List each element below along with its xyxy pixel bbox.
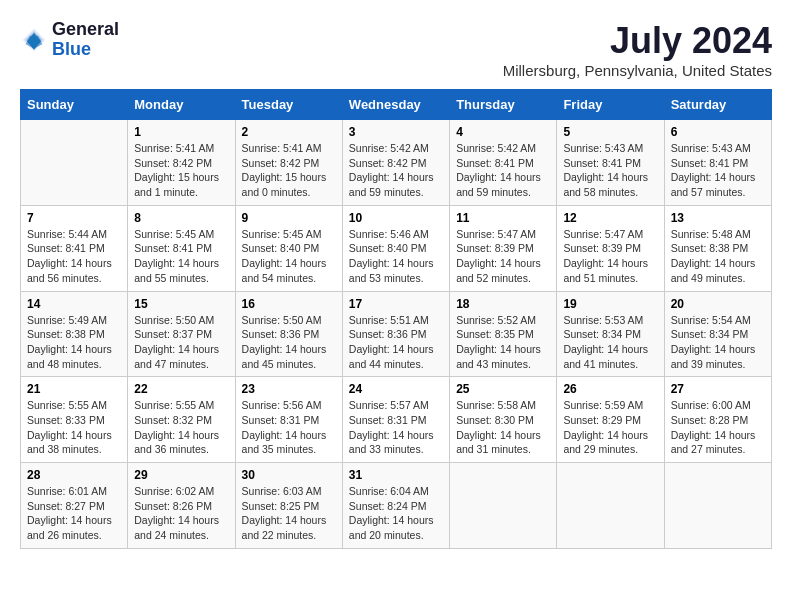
day-number: 15 bbox=[134, 297, 228, 311]
day-number: 13 bbox=[671, 211, 765, 225]
week-row-2: 7Sunrise: 5:44 AM Sunset: 8:41 PM Daylig… bbox=[21, 205, 772, 291]
day-info: Sunrise: 5:49 AM Sunset: 8:38 PM Dayligh… bbox=[27, 313, 121, 372]
calendar-cell bbox=[664, 463, 771, 549]
calendar-cell: 25Sunrise: 5:58 AM Sunset: 8:30 PM Dayli… bbox=[450, 377, 557, 463]
day-number: 21 bbox=[27, 382, 121, 396]
page-header: General Blue July 2024 Millersburg, Penn… bbox=[20, 20, 772, 79]
calendar-cell: 17Sunrise: 5:51 AM Sunset: 8:36 PM Dayli… bbox=[342, 291, 449, 377]
day-number: 18 bbox=[456, 297, 550, 311]
day-info: Sunrise: 5:47 AM Sunset: 8:39 PM Dayligh… bbox=[563, 227, 657, 286]
day-number: 31 bbox=[349, 468, 443, 482]
day-info: Sunrise: 5:55 AM Sunset: 8:33 PM Dayligh… bbox=[27, 398, 121, 457]
day-info: Sunrise: 5:51 AM Sunset: 8:36 PM Dayligh… bbox=[349, 313, 443, 372]
day-number: 1 bbox=[134, 125, 228, 139]
day-number: 16 bbox=[242, 297, 336, 311]
calendar-cell: 10Sunrise: 5:46 AM Sunset: 8:40 PM Dayli… bbox=[342, 205, 449, 291]
calendar-cell: 28Sunrise: 6:01 AM Sunset: 8:27 PM Dayli… bbox=[21, 463, 128, 549]
calendar-cell: 26Sunrise: 5:59 AM Sunset: 8:29 PM Dayli… bbox=[557, 377, 664, 463]
day-number: 6 bbox=[671, 125, 765, 139]
day-info: Sunrise: 5:43 AM Sunset: 8:41 PM Dayligh… bbox=[563, 141, 657, 200]
week-row-4: 21Sunrise: 5:55 AM Sunset: 8:33 PM Dayli… bbox=[21, 377, 772, 463]
day-number: 28 bbox=[27, 468, 121, 482]
calendar-cell bbox=[557, 463, 664, 549]
calendar-cell: 20Sunrise: 5:54 AM Sunset: 8:34 PM Dayli… bbox=[664, 291, 771, 377]
day-info: Sunrise: 6:02 AM Sunset: 8:26 PM Dayligh… bbox=[134, 484, 228, 543]
day-number: 8 bbox=[134, 211, 228, 225]
calendar-cell: 31Sunrise: 6:04 AM Sunset: 8:24 PM Dayli… bbox=[342, 463, 449, 549]
day-info: Sunrise: 6:04 AM Sunset: 8:24 PM Dayligh… bbox=[349, 484, 443, 543]
calendar-cell: 22Sunrise: 5:55 AM Sunset: 8:32 PM Dayli… bbox=[128, 377, 235, 463]
day-info: Sunrise: 5:54 AM Sunset: 8:34 PM Dayligh… bbox=[671, 313, 765, 372]
main-title: July 2024 bbox=[503, 20, 772, 62]
column-header-friday: Friday bbox=[557, 90, 664, 120]
column-header-tuesday: Tuesday bbox=[235, 90, 342, 120]
day-number: 10 bbox=[349, 211, 443, 225]
day-number: 22 bbox=[134, 382, 228, 396]
day-info: Sunrise: 5:44 AM Sunset: 8:41 PM Dayligh… bbox=[27, 227, 121, 286]
day-number: 7 bbox=[27, 211, 121, 225]
day-info: Sunrise: 6:03 AM Sunset: 8:25 PM Dayligh… bbox=[242, 484, 336, 543]
column-header-thursday: Thursday bbox=[450, 90, 557, 120]
day-info: Sunrise: 6:00 AM Sunset: 8:28 PM Dayligh… bbox=[671, 398, 765, 457]
day-info: Sunrise: 5:52 AM Sunset: 8:35 PM Dayligh… bbox=[456, 313, 550, 372]
day-number: 27 bbox=[671, 382, 765, 396]
calendar-header-row: SundayMondayTuesdayWednesdayThursdayFrid… bbox=[21, 90, 772, 120]
day-info: Sunrise: 5:53 AM Sunset: 8:34 PM Dayligh… bbox=[563, 313, 657, 372]
day-number: 11 bbox=[456, 211, 550, 225]
subtitle: Millersburg, Pennsylvania, United States bbox=[503, 62, 772, 79]
day-info: Sunrise: 5:47 AM Sunset: 8:39 PM Dayligh… bbox=[456, 227, 550, 286]
title-block: July 2024 Millersburg, Pennsylvania, Uni… bbox=[503, 20, 772, 79]
week-row-5: 28Sunrise: 6:01 AM Sunset: 8:27 PM Dayli… bbox=[21, 463, 772, 549]
calendar-cell: 9Sunrise: 5:45 AM Sunset: 8:40 PM Daylig… bbox=[235, 205, 342, 291]
calendar-cell: 3Sunrise: 5:42 AM Sunset: 8:42 PM Daylig… bbox=[342, 120, 449, 206]
week-row-3: 14Sunrise: 5:49 AM Sunset: 8:38 PM Dayli… bbox=[21, 291, 772, 377]
calendar-cell: 11Sunrise: 5:47 AM Sunset: 8:39 PM Dayli… bbox=[450, 205, 557, 291]
day-info: Sunrise: 5:46 AM Sunset: 8:40 PM Dayligh… bbox=[349, 227, 443, 286]
day-number: 20 bbox=[671, 297, 765, 311]
calendar-cell bbox=[21, 120, 128, 206]
day-info: Sunrise: 5:43 AM Sunset: 8:41 PM Dayligh… bbox=[671, 141, 765, 200]
day-info: Sunrise: 5:45 AM Sunset: 8:40 PM Dayligh… bbox=[242, 227, 336, 286]
calendar-cell: 23Sunrise: 5:56 AM Sunset: 8:31 PM Dayli… bbox=[235, 377, 342, 463]
calendar-cell: 12Sunrise: 5:47 AM Sunset: 8:39 PM Dayli… bbox=[557, 205, 664, 291]
calendar-cell: 29Sunrise: 6:02 AM Sunset: 8:26 PM Dayli… bbox=[128, 463, 235, 549]
day-info: Sunrise: 5:50 AM Sunset: 8:36 PM Dayligh… bbox=[242, 313, 336, 372]
day-number: 14 bbox=[27, 297, 121, 311]
day-number: 26 bbox=[563, 382, 657, 396]
column-header-wednesday: Wednesday bbox=[342, 90, 449, 120]
day-info: Sunrise: 5:55 AM Sunset: 8:32 PM Dayligh… bbox=[134, 398, 228, 457]
day-info: Sunrise: 6:01 AM Sunset: 8:27 PM Dayligh… bbox=[27, 484, 121, 543]
calendar-cell: 19Sunrise: 5:53 AM Sunset: 8:34 PM Dayli… bbox=[557, 291, 664, 377]
calendar-table: SundayMondayTuesdayWednesdayThursdayFrid… bbox=[20, 89, 772, 549]
day-number: 23 bbox=[242, 382, 336, 396]
day-info: Sunrise: 5:56 AM Sunset: 8:31 PM Dayligh… bbox=[242, 398, 336, 457]
day-info: Sunrise: 5:42 AM Sunset: 8:41 PM Dayligh… bbox=[456, 141, 550, 200]
calendar-cell: 13Sunrise: 5:48 AM Sunset: 8:38 PM Dayli… bbox=[664, 205, 771, 291]
day-number: 24 bbox=[349, 382, 443, 396]
calendar-cell: 5Sunrise: 5:43 AM Sunset: 8:41 PM Daylig… bbox=[557, 120, 664, 206]
day-number: 25 bbox=[456, 382, 550, 396]
calendar-cell: 21Sunrise: 5:55 AM Sunset: 8:33 PM Dayli… bbox=[21, 377, 128, 463]
day-info: Sunrise: 5:41 AM Sunset: 8:42 PM Dayligh… bbox=[242, 141, 336, 200]
day-number: 19 bbox=[563, 297, 657, 311]
calendar-cell: 30Sunrise: 6:03 AM Sunset: 8:25 PM Dayli… bbox=[235, 463, 342, 549]
logo: General Blue bbox=[20, 20, 119, 60]
day-number: 29 bbox=[134, 468, 228, 482]
day-info: Sunrise: 5:41 AM Sunset: 8:42 PM Dayligh… bbox=[134, 141, 228, 200]
day-number: 2 bbox=[242, 125, 336, 139]
calendar-cell bbox=[450, 463, 557, 549]
day-info: Sunrise: 5:59 AM Sunset: 8:29 PM Dayligh… bbox=[563, 398, 657, 457]
day-number: 30 bbox=[242, 468, 336, 482]
day-info: Sunrise: 5:45 AM Sunset: 8:41 PM Dayligh… bbox=[134, 227, 228, 286]
calendar-cell: 2Sunrise: 5:41 AM Sunset: 8:42 PM Daylig… bbox=[235, 120, 342, 206]
column-header-monday: Monday bbox=[128, 90, 235, 120]
day-info: Sunrise: 5:50 AM Sunset: 8:37 PM Dayligh… bbox=[134, 313, 228, 372]
day-number: 4 bbox=[456, 125, 550, 139]
logo-text: General Blue bbox=[52, 20, 119, 60]
column-header-sunday: Sunday bbox=[21, 90, 128, 120]
day-number: 9 bbox=[242, 211, 336, 225]
day-number: 12 bbox=[563, 211, 657, 225]
calendar-cell: 24Sunrise: 5:57 AM Sunset: 8:31 PM Dayli… bbox=[342, 377, 449, 463]
day-info: Sunrise: 5:42 AM Sunset: 8:42 PM Dayligh… bbox=[349, 141, 443, 200]
day-info: Sunrise: 5:58 AM Sunset: 8:30 PM Dayligh… bbox=[456, 398, 550, 457]
